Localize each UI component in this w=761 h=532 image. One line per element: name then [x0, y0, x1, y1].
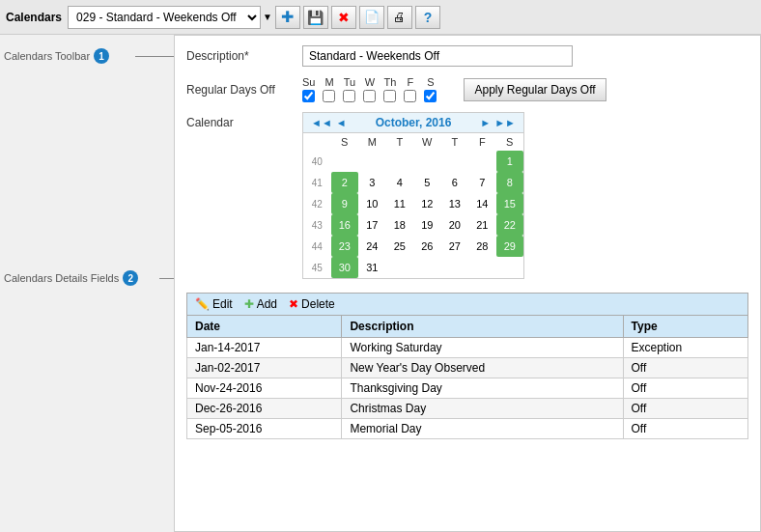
- table-row: Nov-24-2016Thanksgiving DayOff: [187, 378, 748, 399]
- cal-next-button[interactable]: ►: [478, 117, 493, 128]
- day-checkbox-M[interactable]: [323, 90, 335, 102]
- exc-cell-date: Sep-05-2016: [187, 419, 342, 439]
- cal-day-11[interactable]: 11: [386, 193, 414, 214]
- cal-day-23[interactable]: 23: [331, 236, 359, 257]
- cal-day-29[interactable]: 29: [496, 236, 524, 257]
- exc-cell-description: Working Saturday: [342, 338, 623, 358]
- day-checkbox-Su[interactable]: [302, 90, 315, 102]
- cal-day-4[interactable]: 4: [386, 172, 414, 193]
- annotation-2-badge: 2: [123, 270, 138, 286]
- cal-day-header-s: S: [496, 133, 524, 151]
- delete-exception-button[interactable]: ✖ Delete: [289, 297, 335, 311]
- exc-cell-description: Christmas Day: [342, 399, 623, 419]
- copy-toolbar-button[interactable]: 📄: [359, 6, 384, 29]
- annotation-2-label: Calendars Details Fields: [4, 272, 119, 284]
- edit-label: Edit: [212, 297, 233, 311]
- main-panel: Description* Regular Days Off SuMTuWThFS…: [174, 35, 761, 532]
- cal-day-30[interactable]: 30: [331, 257, 359, 278]
- calendar-label: Calendar: [186, 112, 302, 129]
- cal-day-12[interactable]: 12: [413, 193, 441, 214]
- delete-toolbar-button[interactable]: ✖: [331, 6, 356, 29]
- add-icon: ✚: [281, 8, 294, 26]
- cal-day-15[interactable]: 15: [496, 193, 524, 214]
- exc-cell-date: Nov-24-2016: [187, 378, 342, 399]
- edit-exception-button[interactable]: ✏️ Edit: [195, 297, 233, 311]
- exc-cell-type: Off: [623, 399, 747, 419]
- day-checkbox-W[interactable]: [363, 90, 376, 102]
- cal-day-3[interactable]: 3: [358, 172, 386, 193]
- week-number-cell: 45: [303, 257, 331, 278]
- week-number-cell: 42: [303, 193, 331, 214]
- cal-day-1[interactable]: 1: [496, 151, 524, 172]
- exc-cell-type: Off: [623, 358, 747, 378]
- cal-day-21[interactable]: 21: [468, 214, 496, 236]
- exc-cell-type: Off: [623, 419, 747, 439]
- add-toolbar-button[interactable]: ✚: [275, 6, 300, 29]
- table-row: Sep-05-2016Memorial DayOff: [187, 419, 748, 439]
- cal-day-header-m: M: [358, 133, 386, 151]
- calendar-week-row: 412345678: [303, 172, 523, 193]
- cal-empty-cell: [441, 151, 469, 172]
- exc-cell-type: Off: [623, 378, 747, 399]
- cal-day-20[interactable]: 20: [441, 214, 469, 236]
- cal-day-19[interactable]: 19: [413, 214, 441, 236]
- calendar-week-row: 401: [303, 151, 523, 172]
- day-label-Th: Th: [384, 76, 397, 88]
- cal-day-8[interactable]: 8: [496, 172, 524, 193]
- day-checkbox-S[interactable]: [424, 90, 437, 102]
- cal-day-22[interactable]: 22: [496, 214, 524, 236]
- calendar-header: ◄◄ ◄ October, 2016 ► ►►: [303, 113, 523, 133]
- help-toolbar-button[interactable]: ?: [415, 6, 440, 29]
- day-col-Tu: Tu: [343, 76, 355, 102]
- day-col-Th: Th: [383, 76, 396, 102]
- cal-day-7[interactable]: 7: [468, 172, 496, 193]
- toolbar-title: Calendars: [6, 11, 62, 24]
- exc-cell-description: Memorial Day: [342, 419, 623, 439]
- add-exception-button[interactable]: ✚ Add: [244, 297, 277, 311]
- annotation-labels: Calendars Toolbar 1 Calendars Details Fi…: [0, 35, 174, 532]
- day-checkbox-F[interactable]: [404, 90, 416, 102]
- cal-day-9[interactable]: 9: [331, 193, 359, 214]
- edit-icon: ✏️: [195, 297, 210, 311]
- cal-empty-cell: [468, 151, 496, 172]
- save-toolbar-button[interactable]: 💾: [303, 6, 328, 29]
- cal-day-28[interactable]: 28: [468, 236, 496, 257]
- cal-day-27[interactable]: 27: [441, 236, 469, 257]
- ann2-line: [159, 278, 174, 279]
- day-checkbox-Tu[interactable]: [343, 90, 355, 102]
- cal-day-5[interactable]: 5: [413, 172, 441, 193]
- cal-next-next-button[interactable]: ►►: [493, 117, 518, 128]
- table-row: Jan-14-2017Working SaturdayException: [187, 338, 748, 358]
- days-checkboxes: SuMTuWThFS: [302, 76, 444, 102]
- cal-day-6[interactable]: 6: [441, 172, 469, 193]
- description-input[interactable]: [302, 45, 573, 67]
- print-toolbar-button[interactable]: 🖨: [387, 6, 412, 29]
- exc-cell-date: Jan-14-2017: [187, 338, 342, 358]
- cal-empty-cell: [386, 257, 414, 278]
- day-col-F: F: [404, 76, 416, 102]
- save-icon: 💾: [307, 10, 324, 25]
- day-checkbox-Th[interactable]: [383, 90, 396, 102]
- cal-day-14[interactable]: 14: [468, 193, 496, 214]
- cal-day-17[interactable]: 17: [358, 214, 386, 236]
- delete-label: Delete: [301, 297, 335, 311]
- day-label-M: M: [324, 76, 333, 88]
- apply-regular-off-days-button[interactable]: Apply Regular Days Off: [464, 78, 606, 101]
- cal-day-31[interactable]: 31: [358, 257, 386, 278]
- cal-empty-cell: [413, 257, 441, 278]
- cal-day-13[interactable]: 13: [441, 193, 469, 214]
- calendar-selector[interactable]: 029 - Standard - Weekends Off: [68, 6, 261, 29]
- cal-prev-prev-button[interactable]: ◄◄: [309, 117, 334, 128]
- regular-days-label: Regular Days Off: [186, 83, 302, 97]
- ann1-line: [135, 56, 174, 57]
- cal-day-24[interactable]: 24: [358, 236, 386, 257]
- cal-day-25[interactable]: 25: [386, 236, 414, 257]
- cal-day-2[interactable]: 2: [331, 172, 359, 193]
- cal-day-26[interactable]: 26: [413, 236, 441, 257]
- delete-exc-icon: ✖: [289, 297, 298, 311]
- cal-day-16[interactable]: 16: [331, 214, 359, 236]
- cal-empty-cell: [468, 257, 496, 278]
- cal-prev-button[interactable]: ◄: [334, 117, 349, 128]
- cal-day-18[interactable]: 18: [386, 214, 414, 236]
- cal-day-10[interactable]: 10: [358, 193, 386, 214]
